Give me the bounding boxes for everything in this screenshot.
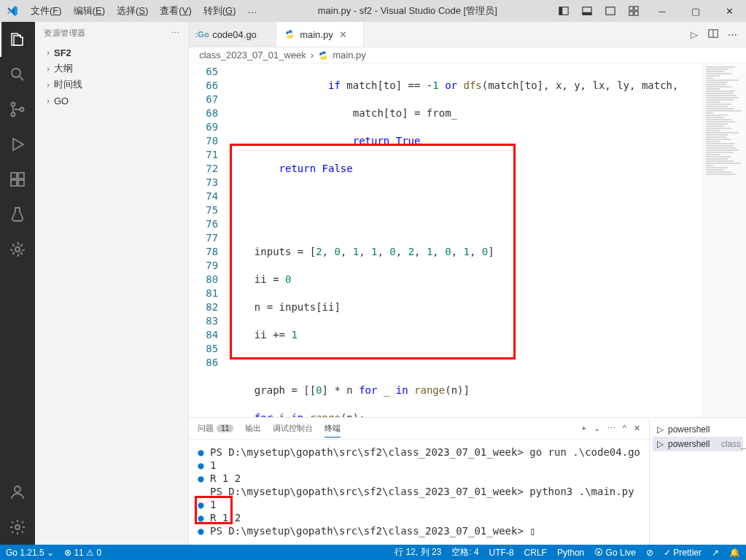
source-control-icon[interactable] (0, 92, 35, 127)
menu-go[interactable]: 转到(G) (198, 1, 242, 20)
panel-tab-debug[interactable]: 调试控制台 (273, 420, 313, 437)
titlebar: 文件(F) 编辑(E) 选择(S) 查看(V) 转到(G) … main.py … (0, 0, 746, 22)
svg-point-11 (12, 113, 15, 117)
maximize-panel-icon[interactable]: ^ (623, 424, 626, 433)
settings-icon[interactable] (0, 510, 35, 545)
explorer-tree: ›SF2 ›大纲 ›时间线 ›GO (35, 44, 188, 109)
svg-rect-4 (606, 7, 615, 15)
go-file-icon: :Go (196, 28, 208, 40)
tree-item-outline[interactable]: ›大纲 (35, 61, 188, 77)
menu-view[interactable]: 查看(V) (154, 1, 197, 20)
project-manager-icon[interactable] (0, 232, 35, 267)
menu-select[interactable]: 选择(S) (111, 1, 154, 20)
sidebar-title: 资源管理器 (44, 28, 86, 39)
sidebar-more-icon[interactable]: ⋯ (171, 28, 180, 38)
minimize-button[interactable]: ─ (645, 0, 679, 22)
editor-tabs: :Go code04.go main.py ✕ ▷ ⋯ (189, 22, 746, 47)
svg-point-9 (12, 69, 20, 77)
panel-more-icon[interactable]: ⋯ (607, 424, 615, 433)
layout-toggle-1-icon[interactable] (552, 0, 575, 22)
svg-point-17 (15, 247, 20, 252)
sb-encoding[interactable]: UTF-8 (489, 548, 514, 558)
menubar: 文件(F) 编辑(E) 选择(S) 查看(V) 转到(G) … (25, 1, 263, 20)
sb-golive[interactable]: ⦿ Go Live (594, 548, 636, 558)
menu-file[interactable]: 文件(F) (25, 1, 68, 20)
terminal-icon: ▷ (657, 439, 664, 449)
tab-close-icon[interactable]: ✕ (338, 29, 349, 40)
svg-rect-16 (18, 180, 24, 186)
panel-tabs: 问题11 输出 调试控制台 终端 + ⌄ ⋯ ^ ✕ (189, 418, 649, 440)
statusbar: Go 1.21.5 ⌄ ⊗ 11 ⚠ 0 行 12, 列 23 空格: 4 UT… (0, 545, 746, 560)
bottom-panel: 问题11 输出 调试控制台 终端 + ⌄ ⋯ ^ ✕ ● PS D:\myset… (189, 417, 746, 545)
svg-point-19 (15, 525, 20, 529)
extensions-icon[interactable] (0, 162, 35, 197)
sb-port-icon[interactable]: ↗ (712, 548, 719, 558)
python-file-icon (284, 28, 295, 40)
sb-feedback-icon[interactable]: ⊘ (646, 548, 653, 558)
accounts-icon[interactable] (0, 475, 35, 510)
menu-edit[interactable]: 编辑(E) (68, 1, 111, 20)
tree-item-sf2[interactable]: ›SF2 (35, 44, 188, 61)
tree-item-timeline[interactable]: ›时间线 (35, 77, 188, 93)
svg-rect-15 (11, 180, 17, 186)
sb-go-version[interactable]: Go 1.21.5 ⌄ (6, 548, 54, 558)
minimap[interactable] (702, 63, 746, 417)
editor-more-icon[interactable]: ⋯ (724, 29, 740, 40)
svg-rect-3 (583, 12, 591, 15)
svg-rect-13 (11, 173, 17, 179)
window-title: main.py - sf2 - Visual Studio Code [管理员] (263, 4, 552, 18)
terminal-list-item[interactable]: ▷powershell class_2... (653, 437, 743, 451)
terminal-icon: ▷ (657, 424, 664, 435)
svg-point-12 (20, 108, 24, 112)
svg-rect-5 (629, 7, 633, 10)
terminal-list-item[interactable]: ▷powershell (653, 422, 743, 437)
editor-area: :Go code04.go main.py ✕ ▷ ⋯ class_2023_0… (189, 22, 746, 545)
sb-problems[interactable]: ⊗ 11 ⚠ 0 (64, 548, 101, 558)
close-button[interactable]: ✕ (712, 0, 746, 22)
panel-tab-terminal[interactable]: 终端 (325, 420, 341, 437)
breadcrumb[interactable]: class_2023_07_01_week› main.py (189, 47, 746, 63)
panel-tab-output[interactable]: 输出 (245, 420, 261, 437)
svg-rect-1 (559, 7, 562, 15)
layout-toggle-2-icon[interactable] (575, 0, 599, 22)
svg-rect-14 (18, 173, 24, 179)
new-terminal-icon[interactable]: + (581, 424, 586, 433)
activitybar (0, 22, 35, 545)
sidebar: 资源管理器 ⋯ ›SF2 ›大纲 ›时间线 ›GO (35, 22, 189, 545)
search-icon[interactable] (0, 57, 35, 92)
svg-point-18 (15, 486, 20, 492)
sb-indent[interactable]: 空格: 4 (451, 546, 478, 559)
testing-icon[interactable] (0, 197, 35, 232)
svg-rect-7 (629, 12, 633, 15)
menu-more[interactable]: … (242, 1, 263, 20)
tab-code04-go[interactable]: :Go code04.go (189, 22, 276, 47)
panel-tab-problems[interactable]: 问题11 (198, 420, 233, 437)
sb-cursor-pos[interactable]: 行 12, 列 23 (395, 546, 441, 559)
split-editor-icon[interactable] (705, 28, 721, 41)
svg-point-10 (12, 103, 15, 106)
terminal-dropdown-icon[interactable]: ⌄ (594, 424, 600, 433)
run-debug-icon[interactable] (0, 127, 35, 162)
svg-rect-8 (634, 12, 638, 15)
explorer-icon[interactable] (0, 22, 35, 57)
code-content[interactable]: if match[to] == -1 or dfs(match[to], x, … (230, 63, 702, 417)
code-editor[interactable]: 6566676869707172737475767778798081828384… (189, 63, 746, 417)
line-numbers: 6566676869707172737475767778798081828384… (189, 63, 230, 417)
layout-custom-icon[interactable] (622, 0, 645, 22)
svg-rect-6 (634, 7, 638, 10)
tab-main-py[interactable]: main.py ✕ (276, 22, 364, 47)
terminal-list: ▷powershell ▷powershell class_2... (650, 418, 746, 545)
run-file-icon[interactable]: ▷ (686, 29, 702, 40)
layout-toggle-3-icon[interactable] (599, 0, 622, 22)
sb-notifications-icon[interactable]: 🔔 (729, 548, 740, 558)
vscode-icon (0, 5, 25, 17)
terminal-content[interactable]: ● PS D:\mysetup\gopath\src\sf2\class_202… (189, 440, 649, 545)
sb-prettier[interactable]: ✓ Prettier (664, 548, 702, 558)
maximize-button[interactable]: ▢ (679, 0, 712, 22)
sb-eol[interactable]: CRLF (524, 548, 547, 558)
close-panel-icon[interactable]: ✕ (634, 424, 640, 433)
tree-item-go[interactable]: ›GO (35, 93, 188, 109)
sb-language[interactable]: Python (557, 548, 584, 558)
